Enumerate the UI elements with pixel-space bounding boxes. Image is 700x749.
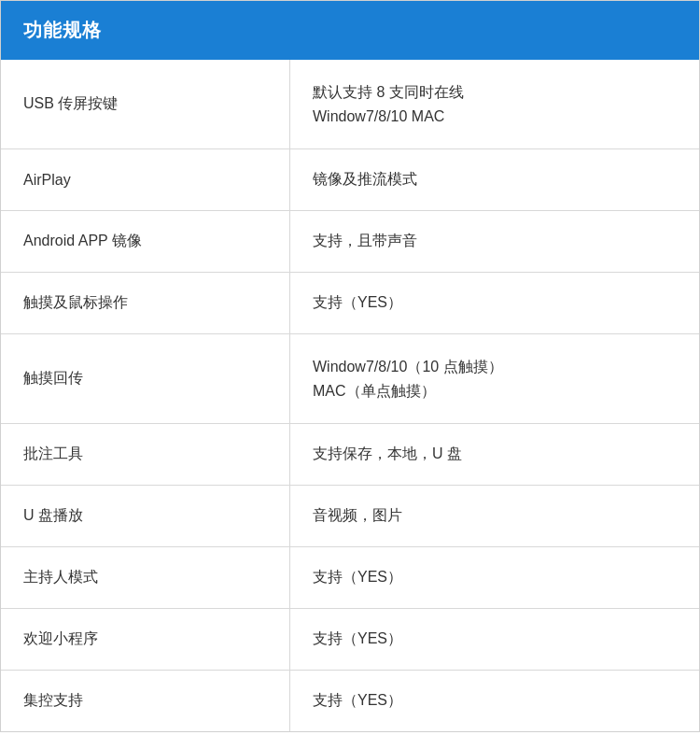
table-body: USB 传屏按键默认支持 8 支同时在线Window7/8/10 MACAirP… — [1, 60, 699, 731]
cell-value: 音视频，图片 — [290, 486, 699, 546]
cell-label: USB 传屏按键 — [1, 60, 290, 148]
cell-value: 支持（YES） — [290, 671, 699, 731]
table-row: 主持人模式支持（YES） — [1, 547, 699, 609]
cell-value: Window7/8/10（10 点触摸）MAC（单点触摸） — [290, 334, 699, 423]
cell-label: U 盘播放 — [1, 486, 290, 546]
cell-label: 欢迎小程序 — [1, 609, 290, 670]
cell-value: 支持（YES） — [290, 609, 699, 670]
cell-label: 批注工具 — [1, 424, 290, 485]
table-row: 触摸回传Window7/8/10（10 点触摸）MAC（单点触摸） — [1, 334, 699, 424]
table-row: 集控支持支持（YES） — [1, 671, 699, 731]
table-title: 功能规格 — [23, 20, 102, 40]
cell-label: 集控支持 — [1, 671, 290, 731]
cell-value: 支持（YES） — [290, 273, 699, 333]
cell-label: 主持人模式 — [1, 547, 290, 608]
table-row: USB 传屏按键默认支持 8 支同时在线Window7/8/10 MAC — [1, 60, 699, 149]
table-row: U 盘播放音视频，图片 — [1, 486, 699, 547]
table-row: Android APP 镜像支持，且带声音 — [1, 211, 699, 273]
table-header: 功能规格 — [1, 1, 699, 60]
cell-value: 支持保存，本地，U 盘 — [290, 424, 699, 485]
cell-label: Android APP 镜像 — [1, 211, 290, 272]
cell-label: AirPlay — [1, 149, 290, 210]
cell-value: 默认支持 8 支同时在线Window7/8/10 MAC — [290, 60, 699, 148]
cell-value: 支持（YES） — [290, 547, 699, 608]
cell-value: 支持，且带声音 — [290, 211, 699, 272]
table-row: 批注工具支持保存，本地，U 盘 — [1, 424, 699, 486]
cell-label: 触摸及鼠标操作 — [1, 273, 290, 333]
table-row: AirPlay镜像及推流模式 — [1, 149, 699, 211]
table-row: 触摸及鼠标操作支持（YES） — [1, 273, 699, 334]
table-row: 欢迎小程序支持（YES） — [1, 609, 699, 671]
cell-value: 镜像及推流模式 — [290, 149, 699, 210]
cell-label: 触摸回传 — [1, 334, 290, 423]
specs-table: 功能规格 USB 传屏按键默认支持 8 支同时在线Window7/8/10 MA… — [0, 0, 700, 732]
